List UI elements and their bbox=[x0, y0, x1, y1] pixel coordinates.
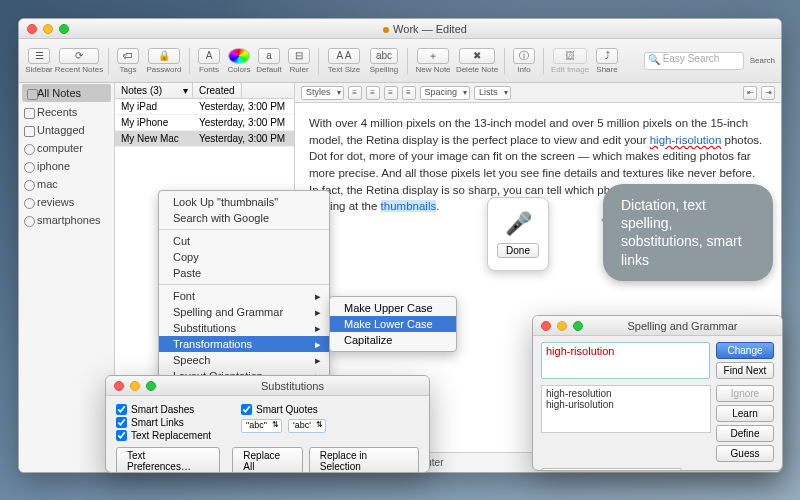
menu-paste[interactable]: Paste bbox=[159, 265, 329, 281]
minimize-icon[interactable] bbox=[43, 24, 53, 34]
tags-button[interactable]: 🏷Tags bbox=[114, 48, 142, 74]
single-quote-style-select[interactable]: 'abc' bbox=[288, 419, 326, 433]
close-icon[interactable] bbox=[27, 24, 37, 34]
share-button[interactable]: ⤴Share bbox=[593, 48, 621, 74]
search-input[interactable]: Easy Search bbox=[644, 52, 744, 70]
textsize-button[interactable]: A AText Size bbox=[324, 48, 364, 74]
smart-dashes-checkbox[interactable]: Smart Dashes bbox=[116, 404, 211, 415]
note-row[interactable]: My New MacYesterday, 3:00 PM bbox=[115, 131, 294, 147]
sidebar: All Notes Recents Untagged computer ipho… bbox=[19, 83, 115, 472]
guess-button[interactable]: Guess bbox=[716, 445, 774, 462]
lists-select[interactable]: Lists bbox=[474, 86, 511, 100]
define-button[interactable]: Define bbox=[716, 425, 774, 442]
suggestion-item[interactable]: high-resolution bbox=[546, 388, 706, 399]
transformations-submenu: Make Upper Case Make Lower Case Capitali… bbox=[329, 296, 457, 352]
replace-in-selection-button[interactable]: Replace in Selection bbox=[309, 447, 419, 473]
info-button[interactable]: ⓘInfo bbox=[510, 48, 538, 74]
outdent-button[interactable]: ⇤ bbox=[743, 86, 757, 100]
sidebar-item-computer[interactable]: computer bbox=[19, 139, 114, 157]
window-title: Spelling and Grammar bbox=[591, 320, 774, 332]
menu-transformations[interactable]: Transformations bbox=[159, 336, 329, 352]
titlebar: Work — Edited bbox=[19, 19, 781, 39]
double-quote-style-select[interactable]: "abc" bbox=[241, 419, 282, 433]
align-center-button[interactable]: ≡ bbox=[366, 86, 380, 100]
learn-button[interactable]: Learn bbox=[716, 405, 774, 422]
language-select[interactable]: Automatic by Language bbox=[541, 468, 682, 471]
change-button[interactable]: Change bbox=[716, 342, 774, 359]
menu-upper-case[interactable]: Make Upper Case bbox=[330, 300, 456, 316]
password-button[interactable]: 🔒Password bbox=[144, 48, 184, 74]
window-title: Substitutions bbox=[164, 380, 421, 392]
edit-image-button: 🖼Edit Image bbox=[549, 48, 591, 74]
menu-copy[interactable]: Copy bbox=[159, 249, 329, 265]
ruler-button[interactable]: ⊟Ruler bbox=[285, 48, 313, 74]
minimize-icon[interactable] bbox=[130, 381, 140, 391]
smart-links-checkbox[interactable]: Smart Links bbox=[116, 417, 211, 428]
default-button[interactable]: aDefault bbox=[255, 48, 283, 74]
feature-callout: Dictation, text spelling, sobstitutions,… bbox=[603, 184, 773, 281]
align-justify-button[interactable]: ≡ bbox=[402, 86, 416, 100]
sidebar-item-untagged[interactable]: Untagged bbox=[19, 121, 114, 139]
suggestion-item[interactable]: high-urisolution bbox=[546, 399, 706, 410]
substitutions-window: Substitutions Smart Dashes Smart Links T… bbox=[105, 375, 430, 473]
dictation-done-button[interactable]: Done bbox=[497, 243, 539, 258]
microphone-icon: 🎤 bbox=[505, 211, 532, 237]
menu-capitalize[interactable]: Capitalize bbox=[330, 332, 456, 348]
menu-search-google[interactable]: Search with Google bbox=[159, 210, 329, 226]
search-label: Search bbox=[750, 56, 775, 65]
menu-lookup[interactable]: Look Up "thumbnails" bbox=[159, 194, 329, 210]
minimize-icon[interactable] bbox=[557, 321, 567, 331]
menu-substitutions[interactable]: Substitutions bbox=[159, 320, 329, 336]
window-title: Work — Edited bbox=[77, 23, 773, 35]
close-icon[interactable] bbox=[114, 381, 124, 391]
new-note-button[interactable]: ＋New Note bbox=[413, 48, 453, 74]
suggestions-list[interactable]: high-resolution high-urisolution bbox=[541, 385, 711, 433]
delete-note-button[interactable]: ✖Delete Note bbox=[455, 48, 499, 74]
smart-quotes-checkbox[interactable]: Smart Quotes bbox=[241, 404, 326, 415]
menu-cut[interactable]: Cut bbox=[159, 233, 329, 249]
toolbar: ☰Sidebar ⟳Recent Notes 🏷Tags 🔒Password A… bbox=[19, 39, 781, 83]
close-icon[interactable] bbox=[541, 321, 551, 331]
misspelled-word: high-risolution bbox=[650, 134, 722, 146]
sidebar-item-recents[interactable]: Recents bbox=[19, 103, 114, 121]
sidebar-item-iphone[interactable]: iphone bbox=[19, 157, 114, 175]
format-bar: Styles ≡ ≡ ≡ ≡ Spacing Lists ⇤ ⇥ bbox=[295, 83, 781, 103]
recent-notes-button[interactable]: ⟳Recent Notes bbox=[55, 48, 103, 74]
fonts-button[interactable]: AFonts bbox=[195, 48, 223, 74]
indent-button[interactable]: ⇥ bbox=[761, 86, 775, 100]
sidebar-item-mac[interactable]: mac bbox=[19, 175, 114, 193]
spacing-select[interactable]: Spacing bbox=[420, 86, 471, 100]
spelling-button[interactable]: abcSpelling bbox=[366, 48, 402, 74]
note-list-header[interactable]: Notes (3)Created bbox=[115, 83, 294, 99]
menu-font[interactable]: Font bbox=[159, 288, 329, 304]
zoom-icon[interactable] bbox=[573, 321, 583, 331]
menu-spelling-grammar[interactable]: Spelling and Grammar bbox=[159, 304, 329, 320]
zoom-icon[interactable] bbox=[59, 24, 69, 34]
note-row[interactable]: My iPhoneYesterday, 3:00 PM bbox=[115, 115, 294, 131]
text-replacement-checkbox[interactable]: Text Replacement bbox=[116, 430, 211, 441]
find-next-button[interactable]: Find Next bbox=[716, 362, 774, 379]
spelling-word-input[interactable]: high-risolution bbox=[541, 342, 710, 379]
colors-button[interactable]: Colors bbox=[225, 48, 253, 74]
menu-lower-case[interactable]: Make Lower Case bbox=[330, 316, 456, 332]
align-right-button[interactable]: ≡ bbox=[384, 86, 398, 100]
menu-speech[interactable]: Speech bbox=[159, 352, 329, 368]
sidebar-item-smartphones[interactable]: smartphones bbox=[19, 211, 114, 229]
sidebar-button[interactable]: ☰Sidebar bbox=[25, 48, 53, 74]
ignore-button: Ignore bbox=[716, 385, 774, 402]
text-preferences-button[interactable]: Text Preferences… bbox=[116, 447, 220, 473]
selected-word: thumbnails bbox=[381, 200, 437, 212]
spelling-window: Spelling and Grammar high-risolution Cha… bbox=[532, 315, 783, 471]
note-row[interactable]: My iPadYesterday, 3:00 PM bbox=[115, 99, 294, 115]
align-left-button[interactable]: ≡ bbox=[348, 86, 362, 100]
sidebar-item-reviews[interactable]: reviews bbox=[19, 193, 114, 211]
zoom-icon[interactable] bbox=[146, 381, 156, 391]
replace-all-button[interactable]: Replace All bbox=[232, 447, 302, 473]
styles-select[interactable]: Styles bbox=[301, 86, 344, 100]
check-grammar-checkbox[interactable]: Check grammar bbox=[688, 471, 774, 472]
dictation-popover: 🎤 Done bbox=[487, 197, 549, 271]
sidebar-item-all-notes[interactable]: All Notes bbox=[22, 84, 111, 102]
